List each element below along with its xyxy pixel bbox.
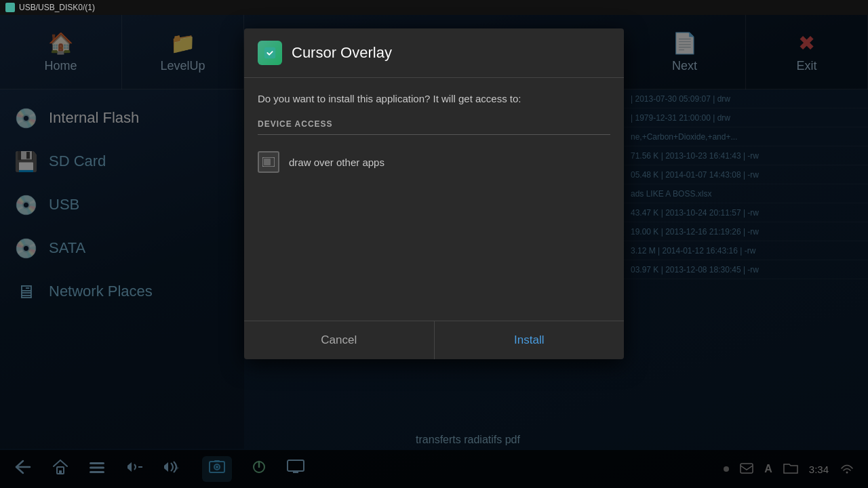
svg-rect-0 (264, 47, 276, 59)
dialog-spacer (258, 178, 610, 314)
dialog-body: Do you want to install this application?… (244, 78, 624, 321)
dialog-title: Cursor Overlay (292, 44, 392, 62)
path-label: USB/USB_DISK0/(1) (19, 3, 95, 12)
install-button[interactable]: Install (435, 321, 625, 359)
dialog-section-title: DEVICE ACCESS (258, 119, 610, 135)
cancel-button[interactable]: Cancel (244, 321, 435, 359)
app-icon (258, 41, 282, 65)
dialog-footer: Cancel Install (244, 321, 624, 359)
dialog-header: Cursor Overlay (244, 28, 624, 78)
dialog-permission: draw over other apps (258, 146, 610, 178)
usb-icon (5, 3, 15, 12)
top-bar: USB/USB_DISK0/(1) (0, 0, 868, 15)
dialog-question: Do you want to install this application?… (258, 92, 610, 106)
permission-label: draw over other apps (289, 157, 384, 168)
permission-icon (258, 151, 279, 173)
install-dialog: Cursor Overlay Do you want to install th… (244, 28, 624, 359)
dialog-overlay: Cursor Overlay Do you want to install th… (0, 15, 868, 488)
svg-rect-2 (264, 159, 271, 165)
